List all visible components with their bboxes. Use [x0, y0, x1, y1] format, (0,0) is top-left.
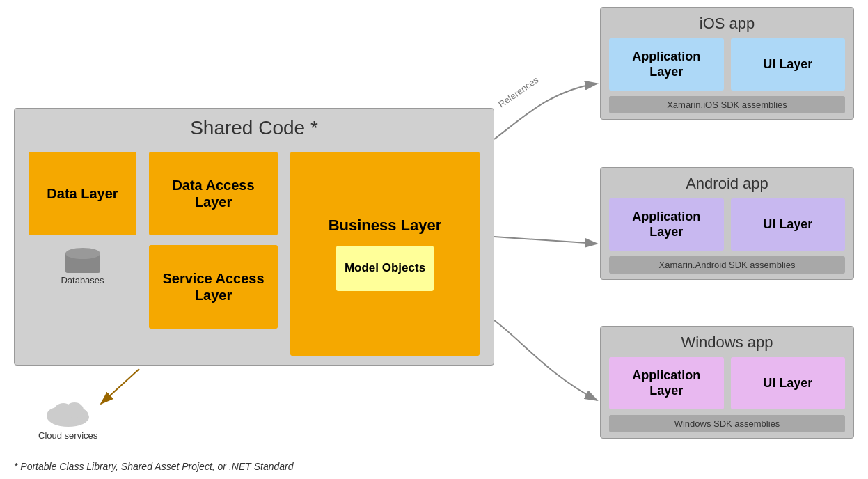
database-cylinder [65, 248, 100, 272]
svg-point-10 [65, 402, 84, 418]
database-icon-group: Databases [61, 248, 104, 285]
ios-ui-layer-box: UI Layer [731, 38, 846, 91]
data-access-layer-box: Data AccessLayer [149, 152, 278, 235]
data-access-layer-label: Data AccessLayer [172, 177, 254, 210]
model-objects-label: Model Objects [345, 261, 425, 275]
android-sdk-bar: Xamarin.Android SDK assemblies [609, 256, 845, 274]
ios-sdk-bar: Xamarin.iOS SDK assemblies [609, 96, 845, 113]
svg-text:References: References [496, 74, 540, 110]
android-app-box: Android app ApplicationLayer UI Layer Xa… [600, 167, 854, 280]
data-layer-box: Data Layer [29, 152, 136, 235]
android-ui-layer-box: UI Layer [731, 198, 846, 251]
cloud-icon [44, 396, 93, 427]
model-objects-box: Model Objects [336, 246, 434, 291]
shared-code-box: Shared Code * Data Layer Databases [14, 108, 494, 366]
android-app-title: Android app [601, 168, 853, 198]
databases-label: Databases [61, 275, 104, 285]
windows-app-layers: ApplicationLayer UI Layer [601, 357, 853, 415]
diagram-container: References Shared Code * Data Layer Data… [0, 0, 868, 479]
service-access-layer-box: Service AccessLayer [149, 245, 278, 329]
footer-note: * Portable Class Library, Shared Asset P… [14, 461, 294, 472]
shared-code-title: Shared Code * [15, 109, 494, 145]
windows-application-layer-label: ApplicationLayer [632, 368, 700, 398]
ios-ui-layer-label: UI Layer [763, 57, 812, 72]
shared-code-inner: Data Layer Databases Data AccessLayer [15, 145, 494, 363]
db-top [65, 248, 100, 259]
middle-col: Data AccessLayer Service AccessLayer [149, 152, 278, 356]
windows-app-title: Windows app [601, 327, 853, 357]
windows-sdk-bar: Windows SDK assemblies [609, 415, 845, 432]
ios-application-layer-box: ApplicationLayer [609, 38, 724, 91]
ios-app-layers: ApplicationLayer UI Layer [601, 38, 853, 96]
windows-ui-layer-label: UI Layer [763, 376, 812, 391]
ios-app-box: iOS app ApplicationLayer UI Layer Xamari… [600, 7, 854, 120]
data-layer-label: Data Layer [47, 185, 118, 202]
cloud-services-label: Cloud services [38, 430, 97, 441]
android-ui-layer-label: UI Layer [763, 217, 812, 233]
ios-application-layer-label: ApplicationLayer [632, 49, 700, 79]
ios-app-title: iOS app [601, 8, 853, 38]
windows-ui-layer-box: UI Layer [731, 357, 846, 409]
windows-app-box: Windows app ApplicationLayer UI Layer Wi… [600, 326, 854, 439]
android-application-layer-box: ApplicationLayer [609, 198, 724, 251]
business-layer-label: Business Layer [329, 217, 442, 235]
cloud-container: Cloud services [38, 396, 97, 441]
left-col: Data Layer Databases [29, 152, 136, 356]
windows-application-layer-box: ApplicationLayer [609, 357, 724, 409]
service-access-layer-label: Service AccessLayer [162, 270, 264, 304]
android-app-layers: ApplicationLayer UI Layer [601, 198, 853, 256]
right-col: Business Layer Model Objects [290, 152, 480, 356]
android-application-layer-label: ApplicationLayer [632, 210, 700, 240]
business-layer-box: Business Layer Model Objects [290, 152, 480, 356]
